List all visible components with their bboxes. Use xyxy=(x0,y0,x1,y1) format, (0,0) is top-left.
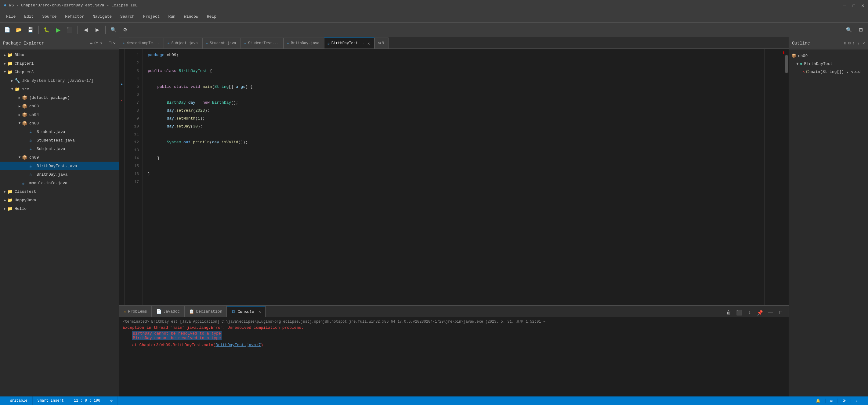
menu-file[interactable]: File xyxy=(2,13,19,20)
tab-nestedloop[interactable]: ☕ NestedLoopTe... xyxy=(119,37,164,48)
tab-brithday[interactable]: ☕ BrithDay.java xyxy=(283,37,324,48)
tree-item-chapter1[interactable]: ▶ 📁 Chapter1 xyxy=(0,59,119,68)
tree-item-studenttest[interactable]: ☕ StudentTest.java xyxy=(0,136,119,144)
outline-ch09[interactable]: 📦 ch09 xyxy=(789,52,868,60)
tab-subject[interactable]: ☕ Subject.java xyxy=(164,37,203,48)
tree-item-ch09[interactable]: ▼ 📦 ch09 xyxy=(0,153,119,162)
pe-close-icon[interactable]: ✕ xyxy=(113,40,116,46)
outline-icon-3[interactable]: ↕ xyxy=(852,41,855,46)
tab-javadoc[interactable]: 📄 Javadoc xyxy=(152,306,185,317)
tree-item-brithday[interactable]: ☕ BrithDay.java xyxy=(0,170,119,179)
run-button[interactable]: ▶ xyxy=(54,25,63,35)
new-button[interactable]: 📄 xyxy=(2,25,12,35)
menu-source[interactable]: Source xyxy=(38,13,60,20)
minimize-button[interactable]: — xyxy=(843,2,846,8)
debug-button[interactable]: 🐛 xyxy=(42,25,52,35)
previous-button[interactable]: ◀ xyxy=(81,25,91,35)
tree-item-student[interactable]: ☕ Student.java xyxy=(0,128,119,136)
tab-overflow[interactable]: ≫9 xyxy=(374,37,389,48)
tree-item-classtest[interactable]: ▶ 📁 ClassTest xyxy=(0,187,119,196)
tree-item-chapter3[interactable]: ▼ 📁 Chapter3 xyxy=(0,68,119,76)
tree-item-happyjava[interactable]: ▶ 📁 HappyJava xyxy=(0,196,119,204)
minimize-panel-button[interactable]: 🔍 xyxy=(844,25,854,35)
console-file-link[interactable]: BrithDayTest.java:7 xyxy=(215,343,261,347)
tree-item-jre[interactable]: ▶ 🔧 JRE System Library [JavaSE-17] xyxy=(0,76,119,85)
console-terminate-button[interactable]: ⬛ xyxy=(735,308,743,317)
close-button[interactable]: ✕ xyxy=(861,2,864,8)
tree-item-moduleinfo[interactable]: ☕ module-info.java xyxy=(0,179,119,187)
menu-refactor[interactable]: Refactor xyxy=(61,13,88,20)
full-editor-row: ● ✕ 1 2 3 xyxy=(119,49,789,305)
gutter-line-14 xyxy=(119,152,124,160)
tree-item-bubu[interactable]: ▶ 📁 BUbu xyxy=(0,50,119,59)
menu-navigate[interactable]: Navigate xyxy=(89,13,115,20)
code-line-11 xyxy=(148,131,760,138)
console-scroll-button[interactable]: ↕ xyxy=(745,308,754,317)
pe-menu-icon[interactable]: ▾ xyxy=(100,40,102,46)
method-icon: ⬡ xyxy=(806,69,809,74)
stop-button[interactable]: ⬛ xyxy=(65,25,74,35)
tab-overflow-label: ≫9 xyxy=(378,41,384,45)
package-icon: 📦 xyxy=(22,155,28,160)
outline-icon-1[interactable]: ⊞ xyxy=(844,41,847,46)
tree-item-default-pkg[interactable]: ▶ 📦 (default package) xyxy=(0,93,119,102)
tab-close-icon[interactable]: ✕ xyxy=(368,41,370,46)
open-button[interactable]: 📂 xyxy=(14,25,24,35)
tree-item-ch08[interactable]: ▼ 📦 ch08 xyxy=(0,119,119,128)
tree-item-ch03[interactable]: ▶ 📦 ch03 xyxy=(0,102,119,110)
outline-main-method[interactable]: ✕ ⬡ main(String[]) : void xyxy=(789,68,868,76)
tree-item-ch04[interactable]: ▶ 📦 ch04 xyxy=(0,110,119,119)
tab-label: StudentTest... xyxy=(248,41,279,45)
pe-minimize-icon[interactable]: — xyxy=(104,40,107,46)
menu-window[interactable]: Window xyxy=(180,13,202,20)
console-pin-button[interactable]: 📌 xyxy=(756,308,764,317)
code-text: . xyxy=(174,115,177,123)
pe-sync-icon[interactable]: ⟳ xyxy=(94,40,98,46)
vertical-scrollbar[interactable] xyxy=(784,49,789,305)
menu-help[interactable]: Help xyxy=(203,13,220,20)
status-sync[interactable]: ⟳ xyxy=(838,399,851,403)
outline-icon-2[interactable]: ⊟ xyxy=(848,41,851,46)
tree-item-src[interactable]: ▼ 📁 src xyxy=(0,85,119,93)
pe-maximize-icon[interactable]: □ xyxy=(108,40,111,46)
tab-problems[interactable]: ⚠ Problems xyxy=(119,306,152,317)
tab-student[interactable]: ☕ Student.java xyxy=(203,37,241,48)
console-maximize-button[interactable]: □ xyxy=(776,308,785,317)
console-close-icon[interactable]: ✕ xyxy=(258,309,261,314)
save-button[interactable]: 💾 xyxy=(26,25,35,35)
outline-close-icon[interactable]: ✕ xyxy=(863,41,865,46)
menu-run[interactable]: Run xyxy=(165,13,179,20)
tab-studenttest[interactable]: ☕ StudentTest... xyxy=(241,37,283,48)
menu-project[interactable]: Project xyxy=(140,13,163,20)
library-icon: 🔧 xyxy=(14,78,21,83)
menu-edit[interactable]: Edit xyxy=(21,13,37,20)
console-clear-button[interactable]: 🗑 xyxy=(724,308,733,317)
search-toolbar-button[interactable]: 🔍 xyxy=(108,25,118,35)
tab-declaration[interactable]: 📋 Declaration xyxy=(184,306,227,317)
tree-item-birthdaytest[interactable]: ☕ BirthDayTest.java xyxy=(0,162,119,170)
status-edit[interactable]: ✏ xyxy=(851,399,863,403)
scroll-thumb[interactable] xyxy=(785,55,788,73)
java-file-icon: ☕ xyxy=(29,164,35,169)
tree-item-hello[interactable]: ▶ 📁 Hello xyxy=(0,204,119,213)
perspective-button[interactable]: ⊞ xyxy=(856,25,866,35)
console-minimize-button[interactable]: — xyxy=(766,308,775,317)
outline-icon-4[interactable]: ⋮ xyxy=(857,41,861,46)
maximize-button[interactable]: ☐ xyxy=(852,2,856,8)
tree-item-subject[interactable]: ☕ Subject.java xyxy=(0,144,119,153)
status-layout[interactable]: ⊞ xyxy=(826,399,838,403)
method-name: setMonth xyxy=(177,115,195,123)
settings-button[interactable]: ⚙ xyxy=(120,25,130,35)
line-num-14: 14 xyxy=(125,154,139,162)
tab-console[interactable]: 🖥 Console ✕ xyxy=(227,306,265,317)
next-button[interactable]: ▶ xyxy=(92,25,102,35)
status-notification[interactable]: 🔔 xyxy=(811,399,826,403)
code-content[interactable]: package ch09; public class BirthDayTest … xyxy=(143,49,764,305)
menu-search[interactable]: Search xyxy=(117,13,138,20)
editor-gutter: ● ✕ xyxy=(119,49,125,305)
pe-collapse-icon[interactable]: ≡ xyxy=(90,40,92,46)
outline-birthdaytest[interactable]: ▼ ◆ BirthDayTest xyxy=(789,60,868,68)
console-content[interactable]: <terminated> BrithDayTest [Java Applicat… xyxy=(119,317,789,397)
status-menu-icon[interactable]: ⚙ xyxy=(105,397,118,405)
tab-birthdaytest[interactable]: ☕ BirthDayTest... ✕ xyxy=(324,37,375,48)
